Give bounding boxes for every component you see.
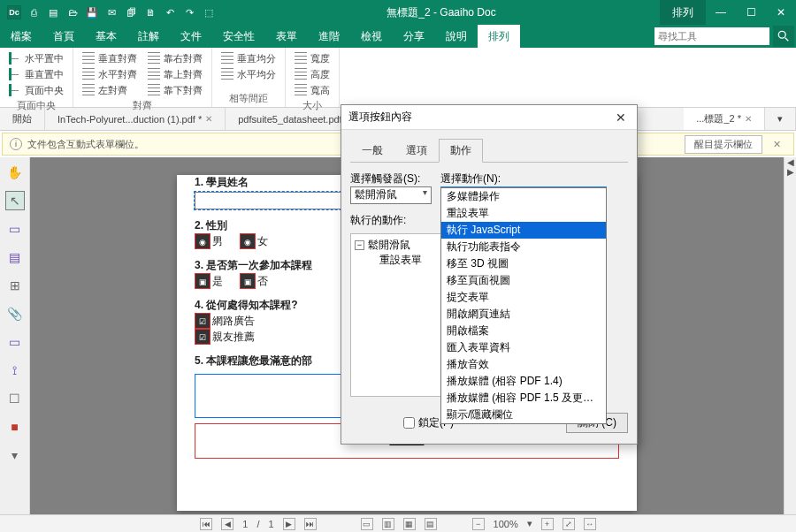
dropdown-item[interactable]: 執行 JavaScript [441,222,606,239]
fit-icon[interactable]: ⤢ [563,518,575,530]
align-right-button[interactable]: 靠右對齊 [148,51,203,65]
center-horizontal-button[interactable]: 水平置中 [9,51,64,65]
attachment-tool-icon[interactable]: 📎 [5,304,25,323]
menu-security[interactable]: 安全性 [212,25,265,48]
redact-tool-icon[interactable]: ■ [5,417,25,437]
qat-icon[interactable]: ⬚ [202,5,216,19]
pages-tool-icon[interactable]: ▤ [5,247,25,267]
dropdown-item[interactable]: 移至頁面視圖 [441,272,606,289]
menu-advanced[interactable]: 進階 [308,25,350,48]
zoom-value[interactable]: 100% [494,519,518,529]
radio-field[interactable]: ▣ [240,273,256,289]
next-page-button[interactable]: ▶ [283,518,295,530]
checkbox-field[interactable]: ☑ [195,329,210,345]
dropdown-item[interactable]: 開啟檔案 [441,323,606,339]
comment-tool-icon[interactable]: ▭ [5,332,25,352]
dropdown-item[interactable]: 多媒體操作 [441,188,606,205]
close-tab-icon[interactable]: ✕ [205,114,212,124]
qat-icon[interactable]: 🗐 [124,5,138,19]
menu-annotate[interactable]: 註解 [127,25,170,48]
menu-arrange[interactable]: 排列 [478,25,520,48]
grid-tool-icon[interactable]: ⊞ [5,276,25,295]
radio-field[interactable]: ◉ [195,233,210,249]
right-panel-collapsed[interactable]: ◀▶ [784,157,796,514]
tree-collapse-icon[interactable]: − [355,240,364,250]
menu-help[interactable]: 說明 [435,25,478,48]
view-mode-icon[interactable]: ▤ [425,518,437,530]
qat-icon[interactable]: 🗎 [143,5,157,19]
center-page-button[interactable]: 頁面中央 [9,83,64,97]
qat-icon[interactable]: 🗁 [65,5,80,19]
select-tool-icon[interactable]: ↖ [5,191,25,210]
tab-actions[interactable]: 動作 [439,139,483,163]
doc-tab-overflow[interactable]: ▾ [765,108,796,130]
qat-icon[interactable]: ↷ [182,5,196,19]
dialog-close-icon[interactable]: ✕ [612,110,630,125]
more-tools-icon[interactable]: ▾ [5,445,25,465]
expand-icon[interactable]: ▶ [787,167,794,177]
radio-field[interactable]: ◉ [240,233,256,249]
view-mode-icon[interactable]: ▥ [382,518,394,530]
dialog-titlebar[interactable]: 選項按鈕內容 ✕ [341,105,637,130]
zoom-dropdown-icon[interactable]: ▾ [527,518,532,529]
minimize-button[interactable]: — [706,6,736,19]
align-horizontal-button[interactable]: 水平對齊 [82,67,137,81]
zoom-out-button[interactable]: − [472,518,485,530]
qat-icon[interactable]: ⎙ [27,5,41,19]
dropdown-item[interactable]: 播放媒體 (相容 PDF 1.4) [441,373,606,390]
view-mode-icon[interactable]: ▭ [361,518,373,530]
tool-search-box[interactable] [654,27,769,45]
dropdown-item[interactable]: 重設表單 [441,205,606,222]
radio-field[interactable]: ▣ [195,273,210,289]
dropdown-item[interactable]: 開啟網頁連結 [441,306,606,323]
qat-icon[interactable]: ▤ [46,5,60,19]
menu-file[interactable]: 檔案 [0,25,42,48]
menu-home[interactable]: 首頁 [42,25,85,48]
dropdown-item[interactable]: 播放媒體 (相容 PDF 1.5 及更高版本) [441,390,606,407]
first-page-button[interactable]: ⏮ [200,518,212,530]
menu-form[interactable]: 表單 [265,25,308,48]
menu-basic[interactable]: 基本 [85,25,127,48]
tool-search-input[interactable] [658,31,746,42]
highlight-fields-button[interactable]: 醒目提示欄位 [685,135,762,154]
align-left-button[interactable]: 左對齊 [82,83,137,97]
dropdown-item[interactable]: 執行功能表指令 [441,239,606,255]
dropdown-item[interactable]: 移至 3D 視圖 [441,255,606,272]
last-page-button[interactable]: ⏭ [304,518,317,530]
doc-tab[interactable]: InTech-Polyuret...duction (1).pdf *✕ [45,108,226,130]
distribute-vertical-button[interactable]: 垂直均分 [221,51,276,65]
bookmark-tool-icon[interactable]: ▭ [5,219,25,239]
size-both-button[interactable]: 寬高 [295,83,330,97]
doc-tab-active[interactable]: ...標題_2 *✕ [684,108,765,130]
action-dropdown-list[interactable]: 多媒體操作重設表單執行 JavaScript執行功能表指令移至 3D 視圖移至頁… [440,187,607,424]
align-top-button[interactable]: 靠上對齊 [148,67,203,81]
zoom-in-button[interactable]: + [541,518,554,530]
tab-options[interactable]: 選項 [394,139,439,163]
qat-icon[interactable]: ✉ [104,5,119,19]
dropdown-item[interactable]: 顯示/隱藏欄位 [441,407,606,423]
center-vertical-button[interactable]: 垂直置中 [9,67,64,81]
trigger-select[interactable]: 鬆開滑鼠 ▾ [350,186,432,204]
qat-icon[interactable]: 💾 [85,5,99,19]
tab-general[interactable]: 一般 [350,139,394,163]
close-tab-icon[interactable]: ✕ [745,114,752,124]
doc-tab-start[interactable]: 開始 [0,108,45,130]
dropdown-item[interactable]: 播放音效 [441,356,606,373]
page-current[interactable]: 1 [242,519,248,529]
menu-share[interactable]: 分享 [393,25,435,48]
maximize-button[interactable]: ☐ [736,6,766,19]
dropdown-item[interactable]: 匯入表單資料 [441,339,606,356]
hand-tool-icon[interactable]: ✋ [5,163,25,182]
distribute-horizontal-button[interactable]: 水平均分 [221,67,276,81]
search-button[interactable] [773,26,794,47]
view-mode-icon[interactable]: ▦ [403,518,416,530]
close-button[interactable]: ✕ [766,6,796,19]
prev-page-button[interactable]: ◀ [221,518,233,530]
size-width-button[interactable]: 寬度 [295,51,330,65]
menu-view[interactable]: 檢視 [350,25,393,48]
stamp-tool-icon[interactable]: ⟟ [5,361,25,380]
expand-icon[interactable]: ◀ [787,157,794,167]
align-bottom-button[interactable]: 靠下對齊 [148,83,203,97]
fit-icon[interactable]: ↔ [584,518,596,530]
dropdown-item[interactable]: 提交表單 [441,289,606,306]
